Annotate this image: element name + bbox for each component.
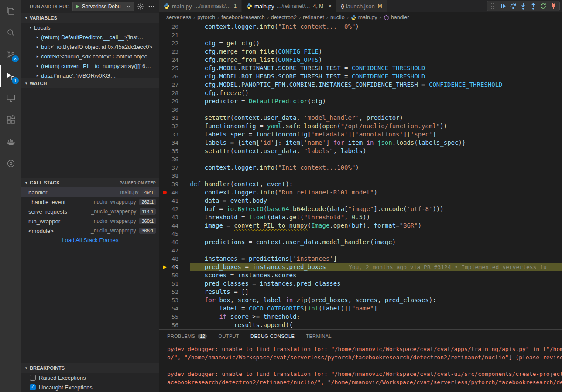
remote-explorer-button[interactable] — [0, 87, 21, 109]
code-line-36[interactable]: 36 — [159, 155, 562, 164]
breadcrumb-item[interactable]: retinanet — [303, 14, 324, 20]
step-out-button[interactable] — [529, 2, 538, 10]
stack-frame[interactable]: handler main.py 49:1 — [21, 187, 159, 197]
breadcrumb-item-file[interactable]: main.py — [351, 14, 377, 20]
tab-launch-json[interactable]: {} launch.json M — [336, 0, 387, 12]
circle-tool-button[interactable] — [0, 153, 21, 174]
code-line-45[interactable]: 45 — [159, 230, 562, 238]
breakpoint-row[interactable]: Uncaught Exceptions — [21, 382, 159, 392]
panel-tab-terminal[interactable]: TERMINAL — [306, 330, 332, 343]
stack-frame[interactable]: run_wrapper _nuclio_wrapper.py 360:1 — [21, 216, 159, 226]
code-line-48[interactable]: 48 instances = predictions['instances'] — [159, 255, 562, 263]
chevron-right-icon[interactable]: ▸ — [34, 44, 41, 49]
code-line-56[interactable]: 56 results.append({ — [159, 321, 562, 329]
chevron-down-icon[interactable]: ▾ — [27, 25, 34, 30]
variable-row[interactable]: ▸ data{'image': 'iVBORw0KG… — [21, 71, 159, 78]
explorer-button[interactable] — [0, 0, 21, 22]
extensions-button[interactable] — [0, 109, 21, 131]
code-line-52[interactable]: 52 results = [] — [159, 288, 562, 296]
code-line-25[interactable]: 25 cfg.MODEL.RETINANET.SCORE_THRESH_TEST… — [159, 64, 562, 72]
code-line-40[interactable]: 40 context.logger.info("Run retinanet-R1… — [159, 188, 562, 197]
variable-row[interactable]: ▸ context<nuclio_sdk.context.Context obj… — [21, 51, 159, 61]
stack-frame[interactable]: <module> _nuclio_wrapper.py 366:1 — [21, 226, 159, 235]
variable-row[interactable]: ▸ (return) DefaultPredictor.__call__{'in… — [21, 32, 159, 42]
panel-tab-debug-console[interactable]: DEBUG CONSOLE — [250, 330, 295, 343]
code-line-20[interactable]: 20 context.logger.info("Init context... … — [159, 23, 562, 31]
docker-button[interactable] — [0, 131, 21, 153]
code-line-47[interactable]: 47 — [159, 246, 562, 255]
scope-locals[interactable]: ▾ Locals — [21, 23, 159, 32]
code-line-33[interactable]: 33 labels_spec = functionconfig['metadat… — [159, 130, 562, 139]
chevron-right-icon[interactable]: ▸ — [34, 73, 41, 78]
search-button[interactable] — [0, 22, 21, 44]
code-line-42[interactable]: 42 buf = io.BytesIO(base64.b64decode(dat… — [159, 205, 562, 213]
run-and-debug-button[interactable]: 1 — [0, 65, 21, 87]
continue-button[interactable] — [499, 2, 507, 10]
breadcrumb-item[interactable]: facebookresearch — [221, 14, 264, 20]
breadcrumb-item[interactable]: nuclio — [330, 14, 345, 20]
load-all-stack-frames-link[interactable]: Load All Stack Frames — [21, 235, 159, 245]
code-line-26[interactable]: 26 cfg.MODEL.ROI_HEADS.SCORE_THRESH_TEST… — [159, 72, 562, 81]
restart-button[interactable] — [539, 2, 548, 10]
panel-tab-problems[interactable]: PROBLEMS 12 — [167, 330, 207, 343]
code-line-55[interactable]: 55 if score >= threshold: — [159, 313, 562, 321]
code-line-28[interactable]: 28 cfg.freeze() — [159, 89, 562, 97]
code-line-50[interactable]: 50 scores = instances.scores — [159, 271, 562, 280]
more-actions-button[interactable] — [147, 2, 156, 11]
tab-main-py-siammask[interactable]: main.py …/siammask/… 1 — [159, 0, 242, 12]
code-line-53[interactable]: 53 for box, score, label in zip(pred_box… — [159, 296, 562, 304]
code-line-39[interactable]: 39def handler(context, event): — [159, 180, 562, 188]
close-icon[interactable]: × — [328, 3, 332, 9]
step-over-button[interactable] — [509, 2, 517, 10]
breadcrumb-item-symbol[interactable]: handler — [384, 14, 409, 20]
chevron-right-icon[interactable]: ▸ — [34, 64, 41, 68]
source-control-button[interactable]: 8 — [0, 44, 21, 65]
code-line-32[interactable]: 32 functionconfig = yaml.safe_load(open(… — [159, 122, 562, 130]
code-line-46[interactable]: 46 predictions = context.user_data.model… — [159, 238, 562, 246]
debug-settings-button[interactable] — [137, 2, 145, 11]
code-editor[interactable]: 20 context.logger.info("Init context... … — [159, 23, 562, 329]
breakpoint-row[interactable]: Raised Exceptions — [21, 373, 159, 382]
code-line-38[interactable]: 38 — [159, 172, 562, 180]
code-line-21[interactable]: 21 — [159, 31, 562, 39]
code-line-44[interactable]: 44 image = convert_PIL_to_numpy(Image.op… — [159, 222, 562, 230]
checkbox-checked[interactable] — [30, 384, 36, 390]
breadcrumb-item[interactable]: pytorch — [197, 14, 215, 20]
chevron-right-icon[interactable]: ▸ — [34, 54, 41, 58]
code-line-49[interactable]: 49 pred_boxes = instances.pred_boxesYou,… — [159, 263, 562, 271]
code-line-27[interactable]: 27 cfg.MODEL.PANOPTIC_FPN.COMBINE.INSTAN… — [159, 81, 562, 89]
code-line-24[interactable]: 24 cfg.merge_from_list(CONFIG_OPTS) — [159, 56, 562, 64]
call-stack-section-header[interactable]: ▾ CALL STACK PAUSED ON STEP — [21, 178, 159, 187]
variable-row[interactable]: ▸ (return) convert_PIL_to_numpyarray([[[… — [21, 61, 159, 71]
code-line-31[interactable]: 31 setattr(context.user_data, 'model_han… — [159, 114, 562, 122]
code-line-35[interactable]: 35 setattr(context.user_data, "labels", … — [159, 147, 562, 155]
stack-frame[interactable]: _handle_event _nuclio_wrapper.py 262:1 — [21, 197, 159, 207]
code-line-29[interactable]: 29 predictor = DefaultPredictor(cfg) — [159, 97, 562, 106]
tab-main-py-retinanet[interactable]: main.py …/retinanet/… 4, M × — [242, 0, 336, 12]
code-line-51[interactable]: 51 pred_classes = instances.pred_classes — [159, 280, 562, 288]
debug-console-output[interactable]: pydev debugger: unable to find translati… — [159, 343, 562, 392]
breakpoint-icon[interactable] — [159, 191, 170, 194]
stack-frame[interactable]: serve_requests _nuclio_wrapper.py 114:1 — [21, 207, 159, 216]
breakpoints-section-header[interactable]: ▾ BREAKPOINTS — [21, 363, 159, 373]
chevron-right-icon[interactable]: ▸ — [34, 35, 41, 39]
panel-tab-output[interactable]: OUTPUT — [218, 330, 239, 343]
start-debug-play-icon[interactable] — [75, 4, 80, 9]
current-line-arrow-icon[interactable] — [159, 265, 170, 269]
debug-toolbar-drag-handle[interactable] — [489, 2, 497, 10]
variable-row[interactable]: ▸ buf<_io.BytesIO object at 0x7f5a2dc1ec… — [21, 42, 159, 51]
breadcrumb-item[interactable]: detectron2 — [271, 14, 297, 20]
watch-section-header[interactable]: ▾ WATCH — [21, 78, 159, 88]
code-line-54[interactable]: 54 label = COCO_CATEGORIES[int(label)]["… — [159, 304, 562, 313]
checkbox-unchecked[interactable] — [30, 375, 36, 381]
code-line-34[interactable]: 34 labels = {item['id']: item['name'] fo… — [159, 139, 562, 147]
code-line-37[interactable]: 37 context.logger.info("Init context...1… — [159, 164, 562, 172]
code-line-23[interactable]: 23 cfg.merge_from_file(CONFIG_FILE) — [159, 48, 562, 56]
code-line-41[interactable]: 41 data = event.body — [159, 197, 562, 205]
breadcrumb-item[interactable]: serverless — [166, 14, 191, 20]
code-line-43[interactable]: 43 threshold = float(data.get("threshold… — [159, 213, 562, 222]
variables-section-header[interactable]: ▾ VARIABLES — [21, 13, 159, 23]
disconnect-button[interactable] — [549, 2, 558, 10]
step-into-button[interactable] — [519, 2, 528, 10]
code-line-22[interactable]: 22 cfg = get_cfg() — [159, 39, 562, 48]
